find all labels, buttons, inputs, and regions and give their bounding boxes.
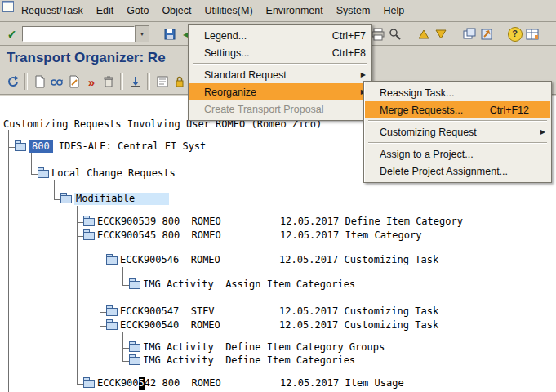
reorganize-submenu: Reassign Task... Merge Requests... Ctrl+… — [363, 81, 552, 183]
tree-row-task[interactable]: ECCK900546 ROMEO 12.05.2017 Customizing … — [106, 254, 438, 266]
command-field-dropdown-icon[interactable]: ▼ — [135, 25, 149, 42]
menu-item-label: Reorganize — [204, 87, 256, 98]
tree-row-request[interactable]: ECCK900539 800 ROMEO 12.05.2017 Define I… — [83, 216, 463, 228]
task-text[interactable]: ECCK900540 ROMEO 12.05.2017 Customizing … — [120, 319, 438, 332]
new-document-icon — [33, 75, 47, 88]
submenu-arrow-icon: ▶ — [361, 71, 366, 78]
menu-bar: Request/Task Edit Goto Object Utilities(… — [0, 0, 556, 22]
layout-grid-icon — [526, 28, 539, 41]
system-label: IDES-ALE: Central FI Syst — [59, 140, 207, 153]
selected-system-id[interactable]: 800 — [29, 140, 53, 153]
menu-object[interactable]: Object — [155, 2, 198, 19]
menu-help[interactable]: Help — [376, 2, 411, 19]
import-button[interactable] — [127, 74, 144, 91]
img-activity-text[interactable]: IMG Activity Define Item Category Groups — [143, 341, 385, 354]
menu-item-label: Standard Request — [204, 69, 287, 81]
find-button[interactable] — [386, 26, 403, 43]
trash-icon — [102, 75, 115, 88]
tree-node-local-requests[interactable]: Local Change Requests — [38, 167, 176, 180]
command-field[interactable] — [22, 26, 135, 42]
tree-node-modifiable[interactable]: Modifiable — [60, 193, 169, 205]
tree-row-img-activity[interactable]: IMG Activity Define Item Category Groups — [129, 341, 385, 354]
menu-edit[interactable]: Edit — [90, 2, 121, 19]
delete-button[interactable] — [100, 74, 117, 91]
menu-utilities[interactable]: Utilities(M) — [198, 2, 260, 19]
create-shortcut-button[interactable] — [478, 26, 495, 43]
new-session-button[interactable] — [460, 26, 478, 43]
menu-item-label: Customizing Request — [380, 127, 477, 138]
menu-item-assign-to-project[interactable]: Assign to a Project... — [365, 145, 550, 163]
img-activity-text[interactable]: IMG Activity Assign Item Categories — [143, 278, 355, 291]
search-icon — [389, 28, 402, 41]
lock-icon — [173, 75, 186, 88]
log-list-icon — [156, 75, 169, 88]
request-text[interactable]: ECCK900545 800 ROMEO 12.05.2017 Item Cat… — [97, 229, 421, 242]
folder-icon[interactable] — [60, 195, 72, 203]
menu-request-task[interactable]: Request/Task — [15, 2, 90, 19]
check-icon: ✓ — [7, 28, 17, 41]
request-icon[interactable] — [83, 218, 95, 226]
request-text-pre[interactable]: ECCK900 — [97, 377, 139, 390]
menu-item-settings[interactable]: Settings... Ctrl+F8 — [189, 44, 371, 61]
display-button[interactable] — [48, 74, 65, 91]
layout-menu-button[interactable] — [523, 26, 540, 43]
img-activity-icon[interactable] — [129, 357, 140, 365]
enter-button[interactable]: ✓ — [3, 25, 20, 42]
menu-item-label: Legend... — [204, 30, 247, 42]
menu-item-reorganize[interactable]: Reorganize ▶ — [189, 83, 371, 100]
task-text[interactable]: ECCK900546 ROMEO 12.05.2017 Customizing … — [120, 254, 438, 266]
page-up-icon — [417, 28, 430, 41]
save-button[interactable] — [161, 25, 178, 42]
menu-goto[interactable]: Goto — [120, 2, 155, 19]
refresh-icon — [7, 75, 20, 88]
tree-row-img-activity[interactable]: IMG Activity Assign Item Categories — [129, 278, 355, 291]
page-up-button[interactable] — [415, 26, 432, 43]
utilities-menu: Legend... Ctrl+F7 Settings... Ctrl+F8 St… — [188, 24, 372, 121]
toolbar-separator — [24, 74, 28, 90]
tree-row-request[interactable]: ECCK900545 800 ROMEO 12.05.2017 Item Cat… — [83, 229, 421, 242]
request-text-post[interactable]: 42 800 ROMEO 12.05.2017 Item Usage — [145, 377, 404, 390]
task-text[interactable]: ECCK900547 STEV 12.05.2017 Customizing T… — [120, 305, 438, 318]
page-down-icon — [434, 28, 447, 41]
logs-button[interactable] — [153, 74, 171, 91]
menu-item-shortcut: Ctrl+F7 — [313, 30, 366, 42]
import-arrow-icon — [129, 75, 142, 88]
menu-separator — [368, 120, 547, 122]
menu-system[interactable]: System — [330, 2, 377, 19]
tree-node-system[interactable]: 800 IDES-ALE: Central FI Syst — [15, 140, 206, 153]
request-icon[interactable] — [83, 232, 95, 240]
release-button[interactable]: » — [82, 74, 100, 91]
img-activity-text[interactable]: IMG Activity Define Item Categories — [143, 354, 355, 367]
menu-item-standard-request[interactable]: Standard Request ▶ — [189, 66, 371, 83]
request-text[interactable]: ECCK900539 800 ROMEO 12.05.2017 Define I… — [97, 216, 463, 228]
page-down-button[interactable] — [432, 26, 449, 43]
menu-item-create-transport-proposal: Create Transport Proposal — [189, 100, 371, 118]
tree-row-img-activity[interactable]: IMG Activity Define Item Categories — [129, 354, 355, 367]
img-activity-icon[interactable] — [129, 281, 140, 289]
tree-row-request[interactable]: ECCK900542 800 ROMEO 12.05.2017 Item Usa… — [83, 377, 404, 390]
menu-item-customizing-request[interactable]: Customizing Request ▶ — [365, 123, 550, 140]
tree-row-task[interactable]: ECCK900547 STEV 12.05.2017 Customizing T… — [106, 305, 438, 318]
menu-item-merge-requests[interactable]: Merge Requests... Ctrl+F12 — [365, 101, 550, 118]
menu-environment[interactable]: Environment — [260, 2, 330, 19]
tree-row-task[interactable]: ECCK900540 ROMEO 12.05.2017 Customizing … — [106, 319, 438, 332]
refresh-button[interactable] — [4, 74, 21, 91]
menu-item-reassign-task[interactable]: Reassign Task... — [365, 84, 550, 101]
task-icon[interactable] — [106, 322, 118, 330]
help-button[interactable]: ? — [506, 26, 523, 43]
menu-item-delete-project-assignment[interactable]: Delete Project Assignment... — [365, 163, 550, 180]
img-activity-icon[interactable] — [129, 344, 140, 352]
release-arrows-icon: » — [88, 75, 94, 89]
change-button[interactable] — [65, 74, 82, 91]
lock-overview-button[interactable] — [171, 74, 188, 91]
task-icon[interactable] — [106, 308, 118, 316]
create-request-button[interactable] — [31, 74, 48, 91]
menu-item-legend[interactable]: Legend... Ctrl+F7 — [189, 27, 371, 44]
folder-icon[interactable] — [38, 170, 49, 178]
toolbar-separator — [147, 74, 150, 90]
request-icon[interactable] — [83, 380, 95, 388]
task-icon[interactable] — [106, 256, 118, 265]
folder-icon[interactable] — [15, 143, 26, 151]
local-requests-label: Local Change Requests — [51, 167, 176, 180]
page-title: Transport Organizer: Re — [7, 50, 166, 66]
